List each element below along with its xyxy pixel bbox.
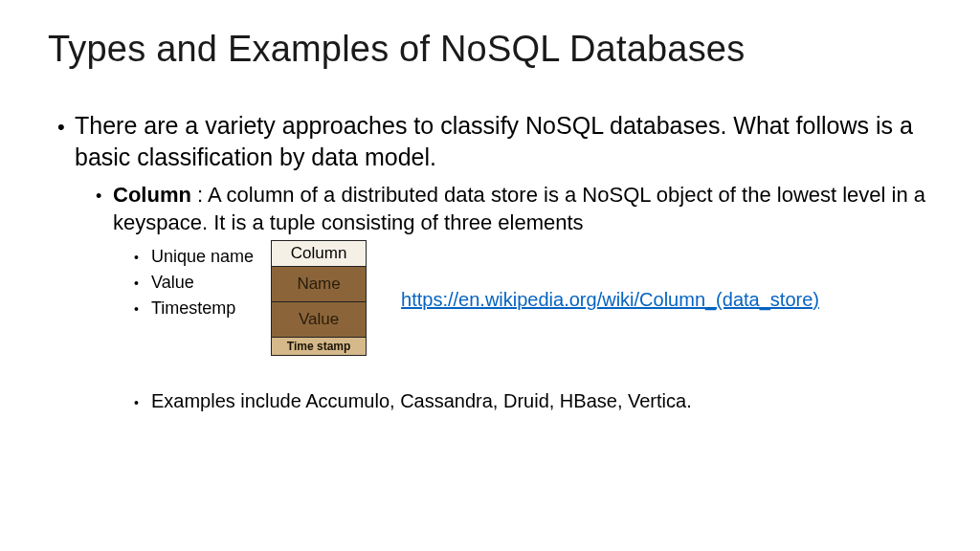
elements-list: • Unique name • Value • Timestemp xyxy=(134,244,254,321)
elements-row: • Unique name • Value • Timestemp Column… xyxy=(134,244,932,356)
diagram-header: Column xyxy=(271,240,367,266)
list-item: • Value xyxy=(134,270,254,296)
diagram-name: Name xyxy=(271,266,367,301)
examples-text: Examples include Accumulo, Cassandra, Dr… xyxy=(151,390,692,412)
slide-title: Types and Examples of NoSQL Databases xyxy=(48,29,932,70)
bullet-marker: • xyxy=(134,299,151,320)
bullet-marker: • xyxy=(57,114,75,142)
column-label: Column xyxy=(113,183,191,207)
bullet-level1-text: There are a variety approaches to classi… xyxy=(75,110,932,172)
bullet-marker: • xyxy=(134,395,151,410)
element-text: Timestemp xyxy=(151,296,235,321)
diagram-timestamp: Time stamp xyxy=(271,337,367,356)
bullet-level1: • There are a variety approaches to clas… xyxy=(57,110,932,172)
bullet-marker: • xyxy=(96,186,113,208)
wikipedia-link[interactable]: https://en.wikipedia.org/wiki/Column_(da… xyxy=(401,289,819,311)
column-desc: : A column of a distributed data store i… xyxy=(113,183,925,234)
list-item: • Timestemp xyxy=(134,296,254,321)
bullet-marker: • xyxy=(134,274,151,294)
examples-bullet: • Examples include Accumulo, Cassandra, … xyxy=(134,390,932,412)
element-text: Value xyxy=(151,270,194,296)
bullet-marker: • xyxy=(134,248,151,268)
column-line: Column : A column of a distributed data … xyxy=(113,182,932,236)
element-text: Unique name xyxy=(151,244,254,270)
list-item: • Unique name xyxy=(134,244,254,270)
column-diagram: Column Name Value Time stamp xyxy=(271,240,367,356)
diagram-value: Value xyxy=(271,301,367,337)
bullet-level2-column: • Column : A column of a distributed dat… xyxy=(96,182,932,236)
